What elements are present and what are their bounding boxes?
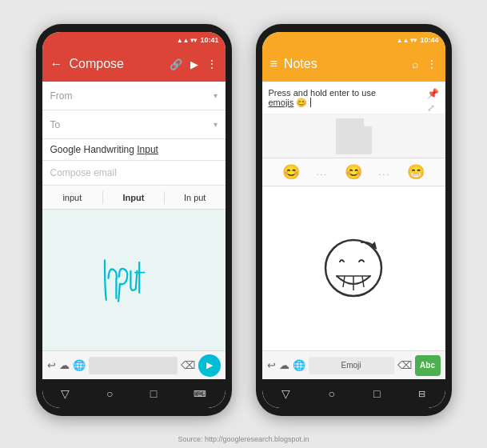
emoji-dots: ... [317, 168, 328, 177]
send-arrow-icon: ▶ [206, 360, 213, 370]
space-bar-left[interactable] [89, 357, 178, 374]
recents-nav-icon-right[interactable]: □ [373, 387, 380, 400]
handwriting-input-underline: Input [137, 144, 158, 155]
back-nav-icon-left[interactable]: ▽ [61, 387, 70, 400]
more-icon-left[interactable]: ⋮ [206, 58, 218, 70]
wifi-icon-left: ▾▾ [190, 37, 197, 44]
recents-nav-icon-left[interactable]: □ [150, 387, 157, 400]
phone-right: ▲▲ ▾▾ 10:44 ≡ Notes ⌕ ⋮ P [256, 24, 452, 416]
nav-bar-left: ▽ ○ □ ⌨ [42, 379, 226, 408]
delete-icon-right[interactable]: ⌫ [397, 359, 412, 371]
from-label: From [50, 90, 214, 102]
menu-icon-right[interactable]: ≡ [270, 57, 277, 71]
app-bar-left: ← Compose 🔗 ▶ ⋮ [42, 46, 226, 82]
emoji-1[interactable]: 😊 [282, 163, 300, 181]
handwriting-text: Google Handwriting [50, 144, 134, 155]
emoji-suggestion-row: 😊 ... 😊 ... 😁 [262, 158, 445, 186]
signal-icon-right: ▲▲ [397, 37, 409, 44]
time-left: 10:41 [200, 36, 218, 44]
emoji-dots-2: ... [379, 168, 390, 177]
form-fields: From ▾ To ▾ Google Handwriting Input Com… [42, 82, 226, 379]
emoji-2[interactable]: 😊 [345, 163, 362, 181]
handwriting-area[interactable] [42, 210, 226, 350]
suggestion-1[interactable]: input [42, 191, 104, 204]
svg-line-3 [362, 276, 364, 287]
to-field[interactable]: To ▾ [42, 110, 226, 139]
status-bar-right: ▲▲ ▾▾ 10:44 [262, 32, 445, 46]
emoji-3[interactable]: 😁 [407, 163, 425, 181]
from-chevron: ▾ [214, 91, 218, 100]
send-button-left[interactable]: ▶ [198, 354, 221, 377]
app-bar-right: ≡ Notes ⌕ ⋮ [262, 46, 445, 82]
delete-icon-left[interactable]: ⌫ [181, 359, 195, 371]
undo-icon-right[interactable]: ↩ [267, 359, 276, 371]
compose-placeholder[interactable]: Compose email [42, 161, 226, 186]
to-label: To [50, 119, 214, 130]
scene: ▲▲ ▾▾ 10:41 ← Compose 🔗 ▶ ⋮ From [0, 0, 487, 448]
globe-icon-left[interactable]: 🌐 [73, 359, 86, 371]
emojis-link: emojis [269, 98, 294, 107]
suggestion-3[interactable]: In put [165, 191, 226, 204]
keyboard-bar-right: ↩ ☁ 🌐 Emoji ⌫ Abc [262, 350, 445, 379]
emoji-label: Emoji [341, 361, 361, 370]
handwriting-svg [98, 248, 170, 312]
keyboard-nav-icon-left[interactable]: ⌨ [194, 389, 206, 399]
emoji-inline: 😊 [296, 98, 307, 107]
svg-line-1 [343, 276, 345, 287]
phone-left-screen: ▲▲ ▾▾ 10:41 ← Compose 🔗 ▶ ⋮ From [42, 32, 226, 408]
back-button-left[interactable]: ← [50, 57, 63, 71]
search-icon-right[interactable]: ⌕ [412, 58, 418, 70]
note-paper [336, 118, 372, 154]
phone-right-screen: ▲▲ ▾▾ 10:44 ≡ Notes ⌕ ⋮ P [262, 32, 445, 408]
suggestion-bar: input Input In put [42, 186, 226, 210]
clip-icon[interactable]: 🔗 [170, 58, 182, 70]
notes-header-content: Press and hold enter to use emojis 😊 📌 ⤢ [262, 82, 445, 114]
globe-icon-right[interactable]: 🌐 [293, 359, 305, 371]
notes-text-area[interactable]: Press and hold enter to use emojis 😊 [269, 88, 424, 108]
keyboard-nav-icon-right[interactable]: ⊟ [418, 389, 425, 399]
note-paper-preview [262, 114, 445, 158]
cloud-icon-right[interactable]: ☁ [279, 359, 289, 371]
nav-bar-right: ▽ ○ □ ⊟ [262, 379, 445, 408]
compose-placeholder-text: Compose email [50, 167, 117, 178]
back-nav-icon-right[interactable]: ▽ [281, 387, 290, 400]
expand-icon-right[interactable]: ⤢ [427, 102, 439, 114]
handwriting-label-row: Google Handwriting Input [42, 139, 226, 161]
time-right: 10:44 [420, 36, 438, 44]
phone-left: ▲▲ ▾▾ 10:41 ← Compose 🔗 ▶ ⋮ From [36, 24, 232, 416]
source-text: Source: http://googleresearch.blogspot.i… [0, 435, 487, 443]
compose-title: Compose [70, 57, 124, 71]
keyboard-bar-left: ↩ ☁ 🌐 ⌫ ▶ [42, 350, 226, 379]
home-nav-icon-left[interactable]: ○ [106, 387, 113, 400]
notes-text: Press and hold enter to use [269, 88, 377, 98]
signal-icon-left: ▲▲ [177, 37, 190, 44]
undo-icon-left[interactable]: ↩ [47, 359, 56, 371]
abc-button[interactable]: Abc [415, 355, 441, 376]
status-bar-left: ▲▲ ▾▾ 10:41 [42, 32, 226, 46]
wifi-icon-right: ▾▾ [410, 37, 417, 44]
notes-screen-area: Press and hold enter to use emojis 😊 📌 ⤢ [262, 82, 445, 379]
more-icon-right[interactable]: ⋮ [426, 58, 437, 70]
face-drawing-area[interactable] [262, 186, 445, 350]
notes-title: Notes [284, 57, 317, 71]
home-nav-icon-right[interactable]: ○ [329, 387, 335, 400]
to-chevron: ▾ [214, 120, 218, 129]
send-icon[interactable]: ▶ [190, 58, 198, 70]
cloud-icon-left[interactable]: ☁ [59, 359, 70, 371]
emoji-button[interactable]: Emoji [309, 357, 394, 374]
cursor-blink [310, 98, 313, 107]
from-field[interactable]: From ▾ [42, 82, 226, 110]
pin-icon-right[interactable]: 📌 [427, 88, 439, 99]
suggestion-2[interactable]: Input [103, 191, 165, 204]
abc-label: Abc [420, 361, 435, 370]
face-svg [317, 234, 389, 302]
